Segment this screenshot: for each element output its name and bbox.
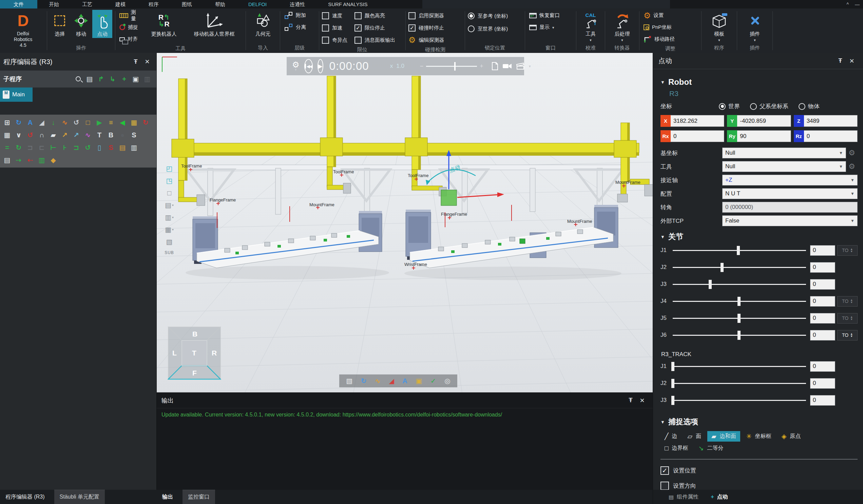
close-icon[interactable]: ✕: [846, 57, 858, 65]
snap-edge-button[interactable]: ╱边: [661, 431, 681, 442]
toolbar-icon[interactable]: ↺: [82, 142, 93, 153]
tab-monitor-window[interactable]: 监控窗口: [183, 490, 215, 504]
annotation-tool-icon[interactable]: A: [402, 377, 407, 385]
toolbar-icon[interactable]: ↗: [71, 129, 82, 141]
z-value[interactable]: 3489: [804, 115, 858, 127]
j5-slider[interactable]: [673, 318, 806, 319]
toolbar-icon[interactable]: ↻: [13, 142, 24, 153]
snap-face-button[interactable]: ▱面: [683, 431, 705, 442]
ry-field[interactable]: Ry90: [727, 130, 791, 142]
toolbar-icon[interactable]: ▦: [128, 117, 140, 128]
toolbar-icon[interactable]: ▤: [117, 142, 128, 153]
playback-settings-icon[interactable]: ⚙▾: [292, 61, 300, 71]
swap-robot-button[interactable]: R↰↳R 更换机器人: [144, 10, 184, 38]
toolbar-icon[interactable]: =: [1, 142, 13, 153]
toolbar-icon[interactable]: ∨: [13, 129, 24, 141]
swap-tool-icon[interactable]: ↻: [361, 377, 367, 385]
j4-to-button[interactable]: TO▲▼: [837, 296, 858, 306]
track-j1-value[interactable]: 0: [810, 361, 835, 372]
j2-value[interactable]: 0: [810, 262, 835, 273]
jog-button[interactable]: 点动: [92, 10, 112, 38]
tab-program-editor[interactable]: 程序编辑器 (R3): [0, 490, 50, 504]
measure-button[interactable]: 测量: [118, 10, 142, 21]
pnp-frame-button[interactable]: PnP坐标: [642, 22, 676, 33]
toolbar-icon[interactable]: ⊞: [1, 117, 13, 128]
rz-value[interactable]: 0: [804, 130, 858, 142]
checklist-icon[interactable]: ▤: [84, 75, 95, 83]
j6-slider-thumb[interactable]: [737, 331, 740, 340]
view-box-icon[interactable]: □: [167, 189, 171, 197]
j6-slider[interactable]: [673, 335, 806, 336]
robot-tool-icon[interactable]: ◎: [445, 377, 450, 385]
track-j2-value[interactable]: 0: [810, 378, 835, 389]
pdf-export-icon[interactable]: [491, 62, 498, 70]
configuration-select[interactable]: N U T▼: [722, 188, 858, 199]
track-j3-slider[interactable]: [673, 400, 806, 401]
set-orientation-checkbox[interactable]: 设置方向: [661, 482, 858, 490]
ribbon-collapse-icon[interactable]: ^: [846, 2, 849, 7]
update-message[interactable]: Update available. Current version: 4.5.0…: [157, 408, 653, 421]
menu-start[interactable]: 开始: [37, 0, 71, 9]
export-program-icon[interactable]: ↳: [107, 75, 118, 83]
j1-slider[interactable]: [673, 250, 806, 251]
toolbar-icon[interactable]: ▤: [1, 154, 13, 166]
pin-icon[interactable]: Ŧ: [130, 58, 141, 65]
enable-detector-checkbox[interactable]: 启用探测器: [409, 10, 445, 21]
ramp-tool-icon[interactable]: ◢: [389, 377, 394, 385]
tab-staubli-cell-config[interactable]: Stäubli 单元配置: [54, 490, 105, 504]
toolbar-icon[interactable]: ▥: [36, 154, 48, 166]
menu-program[interactable]: 程序: [137, 0, 170, 9]
search-icon[interactable]: [72, 75, 84, 83]
toolbar-icon[interactable]: ▯: [93, 142, 105, 153]
snap-frame-button[interactable]: ✳坐标框: [742, 431, 775, 442]
render-mode-icon[interactable]: ▥▾: [165, 214, 173, 221]
toolbar-icon[interactable]: B: [105, 129, 117, 141]
menu-file[interactable]: 文件: [0, 0, 37, 9]
toolbar-icon[interactable]: ⇠: [24, 154, 36, 166]
tab-output[interactable]: 输出: [157, 490, 178, 504]
toolbar-icon[interactable]: ⊦: [59, 142, 71, 153]
base-frame-gear-icon[interactable]: ⚙: [846, 149, 858, 158]
settings-button[interactable]: ⚙设置: [642, 10, 676, 21]
menu-surf-analysis[interactable]: SURF ANALYSIS: [316, 0, 379, 9]
attach-button[interactable]: 附加: [283, 10, 307, 21]
toolbar-icon[interactable]: ◀: [117, 117, 128, 128]
z-field[interactable]: Z3489: [794, 115, 858, 127]
j3-slider-thumb[interactable]: [709, 280, 712, 289]
toolbar-icon[interactable]: ≡: [105, 117, 117, 128]
toolbar-icon[interactable]: S: [105, 142, 117, 153]
toolbar-icon[interactable]: A: [24, 117, 36, 128]
j4-slider[interactable]: [673, 301, 806, 302]
section-view-icon[interactable]: ▧: [166, 238, 173, 245]
menu-drawing[interactable]: 图纸: [170, 0, 203, 9]
toolbar-icon[interactable]: ▰: [48, 129, 59, 141]
toolbar-icon[interactable]: ↻: [140, 117, 151, 128]
speed-plus-icon[interactable]: +: [480, 63, 484, 70]
j5-slider-thumb[interactable]: [737, 314, 740, 323]
toolbar-icon[interactable]: ▦: [1, 129, 13, 141]
plugin-button[interactable]: 插件 ▾: [740, 10, 770, 42]
delfoi-logo-button[interactable]: D Delfoi Robotics4.5: [9, 10, 38, 49]
template-button[interactable]: 模板 ▾: [704, 10, 734, 42]
restore-window-button[interactable]: 恢复窗口: [528, 10, 561, 21]
j1-slider-thumb[interactable]: [737, 246, 740, 255]
fit-view-icon[interactable]: ◰: [166, 165, 173, 172]
validate-icon[interactable]: ✓: [430, 377, 436, 385]
toolbar-icon[interactable]: ↻: [13, 117, 24, 128]
detach-button[interactable]: 分离: [283, 22, 307, 33]
toolbar-icon[interactable]: ◆: [48, 154, 59, 166]
path-tool-icon[interactable]: ∿: [375, 377, 380, 385]
tool-gear-icon[interactable]: ⚙: [846, 162, 858, 171]
move-path-button[interactable]: 移动路径: [642, 34, 676, 45]
toolbar-icon[interactable]: ↺: [71, 117, 82, 128]
color-highlight-checkbox[interactable]: 颜色高亮: [354, 10, 395, 21]
toolbar-icon[interactable]: ⊏: [36, 142, 48, 153]
ry-value[interactable]: 90: [737, 130, 791, 142]
coord-world-radio[interactable]: 世界: [719, 102, 740, 110]
add-program-icon[interactable]: +: [118, 75, 130, 83]
toolbar-icon[interactable]: ∿: [59, 117, 71, 128]
pin-icon[interactable]: Ŧ: [625, 397, 636, 404]
snap-origin-button[interactable]: ◈原点: [777, 431, 805, 442]
toolbar-icon[interactable]: ●: [117, 129, 128, 141]
copy-program-icon[interactable]: ▣: [130, 75, 141, 83]
